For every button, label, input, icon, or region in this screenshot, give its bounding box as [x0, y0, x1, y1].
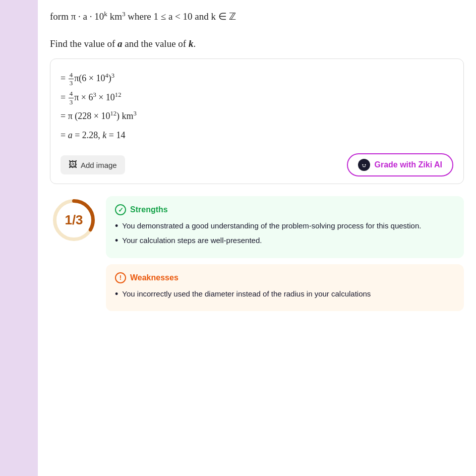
answer-actions: 🖼 Add image Grade with Ziki AI: [61, 153, 453, 176]
weakness-item-1: You incorrectly used the diameter instea…: [115, 288, 455, 300]
answer-box: = 43π(6 × 104)3 = 43π × 63 × 1012 = π (2…: [50, 58, 464, 184]
fraction-1: 43: [69, 71, 74, 87]
strength-text-1: You demonstrated a good understanding of…: [122, 220, 421, 232]
strength-text-2: Your calculation steps are well-presente…: [122, 235, 262, 247]
find-var-k: k: [189, 38, 194, 49]
math-step-2: = 43π × 63 × 1012: [61, 88, 453, 107]
strength-item-1: You demonstrated a good understanding of…: [115, 220, 455, 232]
find-var-a: a: [117, 38, 123, 49]
grade-button[interactable]: Grade with Ziki AI: [347, 153, 453, 176]
grade-label: Grade with Ziki AI: [374, 160, 442, 169]
check-circle-icon: ✓: [115, 204, 126, 215]
strengths-header: ✓ Strengths: [115, 204, 455, 215]
svg-point-2: [365, 164, 366, 165]
math-steps: = 43π(6 × 104)3 = 43π × 63 × 1012 = π (2…: [61, 69, 453, 145]
add-image-button[interactable]: 🖼 Add image: [61, 155, 125, 174]
strengths-list: You demonstrated a good understanding of…: [115, 220, 455, 247]
math-step-3: = π (228 × 1012) km3: [61, 107, 453, 126]
formula-units: km: [107, 11, 122, 22]
formula-condition: where 1 ≤ a < 10 and k ∈ ℤ: [126, 11, 236, 22]
formula-prefix: form π · a · 10: [50, 11, 104, 22]
fraction-2: 43: [69, 90, 74, 106]
main-content: form π · a · 10k km3 where 1 ≤ a < 10 an…: [38, 0, 476, 476]
formula-units-exp: 3: [122, 10, 126, 18]
weakness-text-1: You incorrectly used the diameter instea…: [122, 288, 371, 300]
strengths-title: Strengths: [130, 205, 168, 214]
header-formula: form π · a · 10k km3 where 1 ≤ a < 10 an…: [50, 0, 464, 33]
math-step-4: = a = 2.28, k = 14: [61, 126, 453, 145]
weaknesses-list: You incorrectly used the diameter instea…: [115, 288, 455, 300]
math-step-1: = 43π(6 × 104)3: [61, 69, 453, 88]
find-text-3: .: [193, 38, 196, 49]
add-image-icon: 🖼: [69, 160, 77, 170]
find-value-line: Find the value of a and the value of k.: [50, 38, 464, 49]
score-circle: 1/3: [50, 196, 98, 244]
left-sidebar: [0, 0, 38, 476]
weaknesses-card: ! Weaknesses You incorrectly used the di…: [106, 264, 464, 311]
feedback-cards: ✓ Strengths You demonstrated a good unde…: [106, 196, 464, 311]
ziki-icon: [358, 159, 370, 171]
formula-k-exp: k: [104, 10, 107, 18]
find-text-1: Find the value of: [50, 38, 117, 49]
feedback-section: 1/3 ✓ Strengths You demonstrated a good …: [50, 196, 464, 311]
add-image-label: Add image: [81, 161, 117, 169]
strengths-card: ✓ Strengths You demonstrated a good unde…: [106, 196, 464, 258]
score-value: 1/3: [65, 212, 83, 228]
exclaim-circle-icon: !: [115, 272, 126, 283]
weaknesses-title: Weaknesses: [130, 273, 178, 282]
find-text-2: and the value of: [123, 38, 189, 49]
weaknesses-header: ! Weaknesses: [115, 272, 455, 283]
strength-item-2: Your calculation steps are well-presente…: [115, 235, 455, 247]
svg-point-1: [363, 164, 364, 165]
